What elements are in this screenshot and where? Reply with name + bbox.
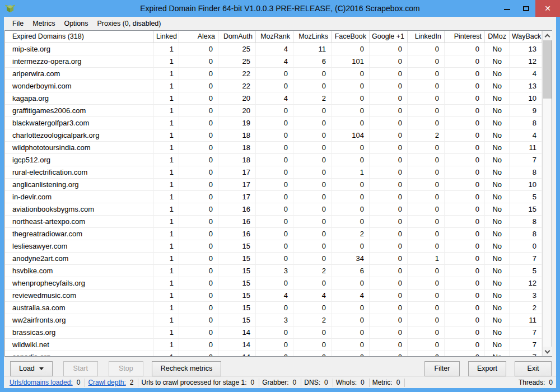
scroll-down-button[interactable]: [543, 347, 552, 356]
domain-cell: ariperwira.com: [5, 68, 154, 80]
table-row[interactable]: lesliesawyer.com1015000000No0: [5, 240, 542, 253]
table-row[interactable]: intermezzo-opera.org102546101000No12: [5, 55, 542, 68]
column-header-linkedin[interactable]: LinkedIn: [408, 31, 445, 43]
table-row[interactable]: charlottezoologicalpark.org101800104020N…: [5, 129, 542, 142]
minimize-icon: [504, 9, 510, 10]
metric-cell: 0: [408, 302, 445, 314]
column-header-pinterest[interactable]: Pinterest: [445, 31, 485, 43]
column-header-linked[interactable]: Linked: [154, 31, 179, 43]
domain-cell: hsvbike.com: [5, 265, 154, 277]
table-row[interactable]: anglicanlistening.org1017000000No10: [5, 179, 542, 191]
stop-button[interactable]: Stop: [109, 361, 143, 376]
metric-cell: 0: [445, 265, 485, 277]
column-header-wayback[interactable]: WayBack: [510, 31, 542, 43]
table-row[interactable]: hsvbike.com1015326000No5: [5, 265, 542, 277]
metric-cell: 0: [179, 166, 218, 179]
domain-cell: canadia.org: [5, 351, 154, 356]
metric-cell: 0: [445, 117, 485, 129]
table-row[interactable]: in-devir.com1017000000No5: [5, 191, 542, 203]
column-header-domauth[interactable]: DomAuth: [218, 31, 256, 43]
column-header-mozrank[interactable]: MozRank: [256, 31, 293, 43]
menu-metrics[interactable]: Metrics: [28, 18, 59, 29]
start-button-label: Start: [73, 365, 88, 372]
exit-button[interactable]: Exit: [515, 361, 552, 376]
metric-cell: 15: [218, 277, 256, 290]
statusbar: Urls/domains loaded:0Crawl depth:2Urls t…: [4, 376, 556, 388]
status-urls-domains-loaded-label[interactable]: Urls/domains loaded:: [10, 379, 73, 386]
metric-cell: 0: [445, 339, 485, 351]
scroll-up-button[interactable]: [543, 31, 552, 40]
metric-cell: 0: [370, 43, 408, 55]
table-row[interactable]: thegreatradiowar.com1016002000No8: [5, 228, 542, 240]
metric-cell: 1: [154, 326, 179, 339]
table-row[interactable]: rural-electrification.com1017001000No8: [5, 166, 542, 179]
table-row[interactable]: whenprophecyfails.org1015000000No12: [5, 277, 542, 290]
table-row[interactable]: reviewedmusic.com1015444000No3: [5, 290, 542, 302]
column-header-google-1[interactable]: Google +1: [370, 31, 408, 43]
column-header-mozlinks[interactable]: MozLinks: [293, 31, 332, 43]
maximize-icon: [523, 6, 529, 11]
metric-cell: 0: [370, 302, 408, 314]
minimize-button[interactable]: [497, 0, 516, 17]
metric-cell: 0: [370, 142, 408, 154]
table-row[interactable]: canadia.org1014000000No7: [5, 351, 542, 356]
column-header-dmoz[interactable]: DMoz: [485, 31, 510, 43]
metric-cell: 18: [218, 142, 256, 154]
domain-cell: australia.sa.com: [5, 302, 154, 314]
table-row[interactable]: australia.sa.com1015000000No2: [5, 302, 542, 314]
metric-cell: 0: [256, 117, 293, 129]
metric-cell: No: [485, 105, 510, 117]
metric-cell: 0: [179, 253, 218, 265]
column-header-alexa[interactable]: Alexa: [179, 31, 218, 43]
close-button[interactable]: ✕: [535, 0, 560, 17]
table-row[interactable]: northeast-artexpo.com1016000000No8: [5, 216, 542, 228]
recheck-metrics-button[interactable]: Recheck metrics: [152, 361, 221, 376]
table-row[interactable]: igcp512.org1018000000No7: [5, 154, 542, 166]
status-whois-label: WhoIs:: [336, 379, 357, 386]
table-row[interactable]: mip-site.org10254110000No13: [5, 43, 542, 55]
metric-cell: 6: [293, 55, 332, 68]
metric-cell: No: [485, 277, 510, 290]
status-crawl-depth-label[interactable]: Crawl depth:: [88, 379, 125, 386]
metric-cell: 1: [154, 253, 179, 265]
scrollbar-thumb[interactable]: [543, 40, 552, 99]
maximize-button[interactable]: [516, 0, 535, 17]
menu-options[interactable]: Options: [59, 18, 92, 29]
metric-cell: 0: [332, 277, 370, 290]
table-row[interactable]: wildwiki.net1014000000No7: [5, 339, 542, 351]
table-row[interactable]: brassicas.org1014000000No7: [5, 326, 542, 339]
table-row[interactable]: graffitigames2006.com1020000000No9: [5, 105, 542, 117]
load-button[interactable]: Load: [10, 361, 53, 376]
metric-cell: 0: [179, 326, 218, 339]
table-row[interactable]: kagapa.org1020420000No10: [5, 92, 542, 105]
column-header-facebook[interactable]: FaceBook: [332, 31, 370, 43]
metric-cell: 0: [179, 142, 218, 154]
menu-proxies[interactable]: Proxies (0, disabled): [93, 18, 166, 29]
start-button[interactable]: Start: [63, 361, 98, 376]
scrollbar-track[interactable]: [543, 40, 552, 347]
vertical-scrollbar[interactable]: [542, 31, 552, 356]
window-title: Expired Domain Finder 64-bit V1.0.0.3 PR…: [0, 4, 560, 13]
table-row[interactable]: wildphototoursindia.com1018000000No11: [5, 142, 542, 154]
metric-cell: 0: [445, 290, 485, 302]
table-row[interactable]: blackwatergolfpar3.com1019000000No8: [5, 117, 542, 129]
metric-cell: 0: [408, 265, 445, 277]
filter-button[interactable]: Filter: [424, 361, 460, 376]
metric-cell: 15: [218, 314, 256, 326]
metric-cell: No: [485, 302, 510, 314]
metric-cell: 15: [218, 253, 256, 265]
table-row[interactable]: wonderboymi.com1022000000No13: [5, 80, 542, 92]
metric-cell: 1: [154, 240, 179, 253]
table-row[interactable]: aviationbooksbygms.com1016000000No15: [5, 203, 542, 216]
table-row[interactable]: ariperwira.com1022000000No4: [5, 68, 542, 80]
export-button[interactable]: Export: [468, 361, 506, 376]
metric-cell: 0: [179, 154, 218, 166]
domain-cell: aviationbooksbygms.com: [5, 203, 154, 216]
metric-cell: 1: [154, 191, 179, 203]
menu-file[interactable]: File: [8, 18, 28, 29]
table-row[interactable]: anodyne2art.com10150034010No7: [5, 253, 542, 265]
table-row[interactable]: ww2airfronts.org1015320000No11: [5, 314, 542, 326]
column-header-expired-domains-318[interactable]: Expired Domains (318): [5, 31, 154, 43]
metric-cell: 0: [179, 277, 218, 290]
domain-cell: rural-electrification.com: [5, 166, 154, 179]
